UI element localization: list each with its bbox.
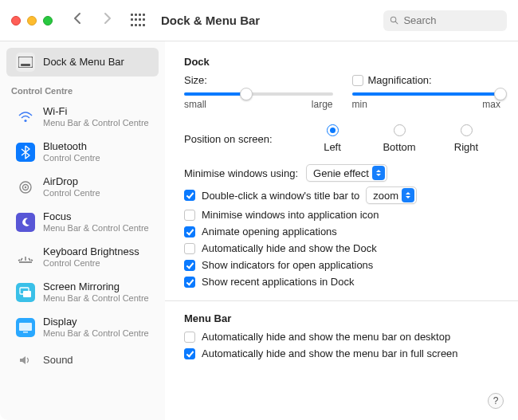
position-label: Position on screen:: [184, 133, 288, 145]
dock-heading: Dock: [184, 56, 500, 68]
help-button[interactable]: ?: [488, 393, 504, 409]
auto-hide-dock-checkbox[interactable]: [184, 243, 195, 254]
sidebar-item-label: Dock & Menu Bar: [43, 56, 124, 69]
size-small-label: small: [184, 99, 206, 110]
select-arrows-icon: [402, 188, 414, 202]
recents-label: Show recent applications in Dock: [202, 276, 355, 288]
dock-menu-bar-icon: [16, 53, 35, 72]
content-pane: Dock Size: smalllarge Magnification: min…: [165, 41, 518, 420]
position-bottom-radio[interactable]: [394, 124, 406, 136]
svg-line-9: [21, 258, 22, 261]
minimise-using-select[interactable]: Genie effect: [306, 164, 387, 182]
select-arrows-icon: [372, 166, 385, 180]
nav-buttons: [72, 12, 113, 29]
sidebar-item-wifi[interactable]: Wi-FiMenu Bar & Control Centre: [6, 100, 159, 134]
min-into-app-checkbox[interactable]: [184, 210, 195, 221]
doubleclick-label: Double-click a window's title bar to: [202, 190, 359, 202]
focus-icon: [16, 213, 35, 232]
airdrop-icon: [16, 178, 35, 197]
sidebar-item-label: Keyboard Brightness: [43, 245, 139, 258]
sidebar-item-dock-menu-bar[interactable]: Dock & Menu Bar: [6, 48, 159, 77]
sidebar-item-sub: Menu Bar & Control Centre: [43, 223, 149, 234]
search-icon: [390, 15, 398, 26]
magnification-slider[interactable]: [352, 92, 501, 96]
minimize-window-button[interactable]: [27, 16, 37, 26]
size-label: Size:: [184, 74, 207, 86]
show-all-prefs-button[interactable]: [131, 14, 145, 28]
magnification-label: Magnification:: [368, 74, 432, 86]
position-bottom-label: Bottom: [383, 141, 415, 153]
sidebar-item-label: Bluetooth: [43, 140, 100, 153]
sidebar-item-bluetooth[interactable]: BluetoothControl Centre: [6, 135, 159, 169]
sidebar-item-sub: Menu Bar & Control Centre: [43, 118, 149, 129]
sound-icon: [16, 351, 35, 370]
svg-rect-3: [21, 64, 30, 66]
keyboard-brightness-icon: [16, 248, 35, 267]
sidebar-item-screen-mirroring[interactable]: Screen MirroringMenu Bar & Control Centr…: [6, 276, 159, 309]
magnification-checkbox[interactable]: [352, 75, 363, 86]
position-right-label: Right: [454, 141, 478, 153]
sidebar-item-sub: Control Centre: [43, 258, 139, 269]
forward-button[interactable]: [100, 12, 113, 29]
sidebar-item-label: Focus: [43, 210, 149, 223]
indicators-checkbox[interactable]: [184, 260, 195, 271]
section-divider: [165, 300, 518, 301]
position-left-label: Left: [324, 141, 341, 153]
search-input[interactable]: [403, 14, 500, 26]
minimise-using-value: Genie effect: [313, 167, 369, 179]
sidebar: Dock & Menu Bar Control Centre Wi-FiMenu…: [0, 41, 165, 420]
position-left-radio[interactable]: [327, 124, 339, 136]
hide-menubar-desktop-label: Automatically hide and show the menu bar…: [202, 331, 450, 343]
window-title: Dock & Menu Bar: [161, 14, 260, 27]
sidebar-item-label: Wi-Fi: [43, 105, 149, 118]
magnification-slider-thumb[interactable]: [494, 88, 507, 100]
sidebar-item-sound[interactable]: Sound: [6, 346, 159, 375]
hide-menubar-fullscreen-label: Automatically hide and show the menu bar…: [202, 347, 458, 359]
indicators-label: Show indicators for open applications: [202, 259, 373, 271]
close-window-button[interactable]: [11, 16, 21, 26]
wifi-icon: [16, 108, 35, 127]
sidebar-item-sub: Control Centre: [43, 153, 100, 164]
display-icon: [16, 318, 35, 337]
bluetooth-icon: [16, 143, 35, 162]
sidebar-item-keyboard-brightness[interactable]: Keyboard BrightnessControl Centre: [6, 241, 159, 274]
hide-menubar-desktop-checkbox[interactable]: [184, 332, 195, 343]
svg-line-12: [31, 260, 33, 261]
svg-point-7: [25, 186, 26, 188]
doubleclick-value: zoom: [373, 190, 398, 202]
search-field[interactable]: [383, 10, 507, 31]
sidebar-item-sub: Menu Bar & Control Centre: [43, 293, 149, 304]
sidebar-item-sub: Menu Bar & Control Centre: [43, 328, 149, 340]
mag-max-label: max: [482, 99, 500, 110]
sidebar-item-label: Sound: [43, 354, 73, 367]
sidebar-item-focus[interactable]: FocusMenu Bar & Control Centre: [6, 206, 159, 239]
sidebar-item-airdrop[interactable]: AirDropControl Centre: [6, 171, 159, 204]
size-slider[interactable]: [184, 92, 333, 96]
doubleclick-select[interactable]: zoom: [366, 186, 417, 204]
size-slider-thumb[interactable]: [240, 88, 253, 100]
minimise-using-label: Minimise windows using:: [184, 167, 298, 179]
fullscreen-window-button[interactable]: [43, 16, 53, 26]
svg-point-4: [24, 120, 26, 122]
chevron-left-icon: [72, 12, 84, 25]
svg-line-1: [395, 22, 398, 24]
animate-open-checkbox[interactable]: [184, 226, 195, 237]
chevron-right-icon: [100, 12, 113, 25]
recents-checkbox[interactable]: [184, 277, 195, 288]
sidebar-item-label: Display: [43, 316, 149, 328]
position-right-radio[interactable]: [461, 124, 473, 136]
window-toolbar: Dock & Menu Bar: [0, 0, 518, 41]
back-button[interactable]: [72, 12, 84, 29]
svg-rect-17: [23, 332, 28, 333]
sidebar-item-display[interactable]: DisplayMenu Bar & Control Centre: [6, 311, 159, 344]
svg-rect-16: [19, 323, 32, 331]
doubleclick-checkbox[interactable]: [184, 190, 195, 201]
animate-open-label: Animate opening applications: [202, 226, 337, 237]
window-controls: [11, 16, 53, 26]
svg-line-10: [29, 258, 30, 261]
screen-mirroring-icon: [16, 283, 35, 302]
auto-hide-dock-label: Automatically hide and show the Dock: [202, 242, 377, 254]
hide-menubar-fullscreen-checkbox[interactable]: [184, 348, 195, 359]
svg-line-11: [18, 260, 20, 261]
sidebar-item-sub: Control Centre: [43, 188, 100, 199]
